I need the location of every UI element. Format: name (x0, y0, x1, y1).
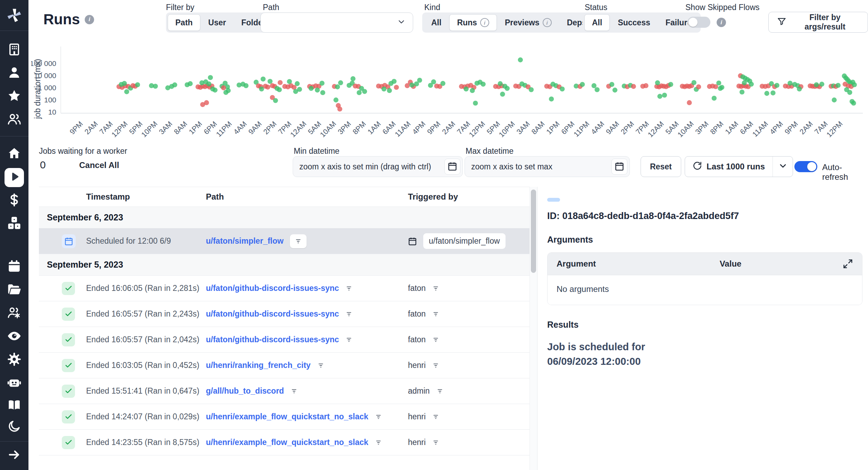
filter-args-label: Filter by args/result (791, 13, 859, 32)
date-label: September 5, 2023 (47, 260, 123, 270)
max-datetime-calendar-button[interactable] (611, 159, 627, 175)
table-row[interactable]: Ended 16:06:05 (Ran in 2,281s)u/faton/gi… (39, 276, 529, 301)
tab-filter-user[interactable]: User (201, 14, 233, 31)
runs-count-dropdown[interactable] (773, 157, 793, 177)
info-icon[interactable]: i (543, 18, 552, 27)
column-argument: Argument (557, 259, 720, 269)
sidebar-item-audit-logs[interactable] (5, 327, 24, 346)
row-path-link[interactable]: u/henri/example_flow_quickstart_no_slack (206, 438, 368, 447)
runs-duration-chart[interactable]: job duration (ms)100 00010 0001 00010010… (31, 33, 865, 148)
path-filter-button[interactable] (290, 234, 307, 248)
sidebar-item-ai[interactable] (5, 374, 24, 393)
arguments-title: Arguments (547, 235, 862, 245)
svg-text:11AM: 11AM (751, 120, 769, 139)
filter-by-tabs: Path User Folder (166, 12, 275, 33)
max-datetime-input[interactable] (465, 156, 630, 177)
row-path-link[interactable]: g/all/hub_to_discord (206, 386, 284, 396)
filter-icon[interactable] (375, 439, 382, 446)
sidebar-collapse[interactable] (5, 446, 24, 465)
svg-text:10PM: 10PM (497, 120, 516, 139)
min-datetime-calendar-button[interactable] (444, 159, 460, 175)
jobs-waiting-label: Jobs waiting for a worker (39, 146, 127, 156)
filter-icon[interactable] (290, 387, 298, 395)
date-label: September 6, 2023 (47, 212, 123, 223)
dice-icon (7, 216, 22, 232)
chevron-down-icon (397, 17, 406, 28)
path-select[interactable] (260, 12, 413, 33)
scrollbar-thumb[interactable] (531, 190, 536, 273)
table-row[interactable]: Ended 14:23:55 (Ran in 8,575s)u/henri/ex… (39, 430, 529, 455)
row-timestamp: Ended 16:05:57 (Ran in 2,243s) (86, 309, 199, 319)
sidebar-item-folders[interactable] (5, 280, 24, 300)
table-row[interactable]: Ended 15:51:41 (Ran in 0,647s)g/all/hub_… (39, 378, 529, 404)
tab-kind-all[interactable]: All (424, 14, 449, 31)
table-row[interactable]: Ended 16:05:57 (Ran in 2,042s)u/faton/gi… (39, 327, 529, 353)
expand-icon[interactable] (843, 259, 853, 269)
filter-icon[interactable] (317, 362, 325, 369)
cancel-all-button[interactable]: Cancel All (79, 160, 119, 170)
table-scrollbar[interactable] (529, 187, 537, 470)
sidebar-item-dark-mode[interactable] (5, 417, 24, 437)
row-path-link[interactable]: u/henri/example_flow_quickstart_no_slack (206, 412, 368, 421)
sidebar-item-user[interactable] (5, 64, 24, 83)
triggered-by-value: henri (408, 412, 426, 421)
row-path-link[interactable]: u/faton/github-discord-issues-sync (206, 284, 339, 293)
filter-icon[interactable] (436, 387, 444, 395)
filter-icon[interactable] (432, 336, 440, 344)
svg-text:9PM: 9PM (426, 120, 442, 136)
users-gear-icon (7, 305, 22, 321)
svg-text:10AM: 10AM (676, 120, 695, 139)
info-icon[interactable]: i (717, 18, 726, 27)
sidebar-item-settings[interactable] (5, 350, 24, 369)
sidebar-item-workers[interactable] (5, 304, 24, 323)
runs-count-button[interactable]: Last 1000 runs (685, 157, 773, 177)
reset-button[interactable]: Reset (641, 156, 681, 177)
arguments-empty: No arguments (548, 275, 862, 305)
row-path-link[interactable]: u/faton/github-discord-issues-sync (206, 335, 339, 344)
sidebar-item-runs[interactable] (5, 168, 24, 187)
sidebar-item-workspace[interactable] (5, 41, 24, 60)
table-row[interactable]: Ended 16:05:57 (Ran in 2,243s)u/faton/gi… (39, 301, 529, 327)
filter-icon[interactable] (345, 336, 353, 344)
sidebar-item-schedules[interactable] (5, 257, 24, 276)
row-path-link[interactable]: u/faton/simpler_flow (206, 236, 284, 246)
result-text: Job is scheduled for 06/09/2023 12:00:00 (547, 339, 696, 369)
filter-args-button[interactable]: Filter by args/result (768, 12, 868, 33)
filter-icon[interactable] (345, 310, 353, 318)
triggered-by-value: faton (408, 335, 426, 344)
table-row[interactable]: Scheduled for 12:00 6/9u/faton/simpler_f… (39, 228, 529, 254)
show-skipped-toggle[interactable] (687, 17, 710, 28)
min-datetime-label: Min datetime (294, 146, 340, 156)
tab-kind-runs[interactable]: Runs i (449, 14, 497, 31)
chevron-down-icon (778, 161, 788, 172)
filter-icon[interactable] (375, 413, 382, 421)
results-title: Results (547, 320, 862, 330)
sidebar-item-favorites[interactable] (5, 87, 24, 106)
filter-icon[interactable] (432, 310, 440, 318)
sidebar-item-resources[interactable] (5, 215, 24, 234)
table-row[interactable]: Ended 16:03:05 (Ran in 0,452s)u/henri/ra… (39, 353, 529, 378)
tab-status-success[interactable]: Success (610, 14, 657, 31)
filter-icon[interactable] (432, 413, 440, 421)
info-icon[interactable]: i (85, 15, 94, 24)
filter-icon[interactable] (345, 285, 353, 292)
row-path-link[interactable]: u/faton/github-discord-issues-sync (206, 309, 339, 319)
filter-icon[interactable] (432, 285, 440, 292)
table-row[interactable]: Ended 14:24:07 (Ran in 0,029s)u/henri/ex… (39, 404, 529, 430)
tab-kind-previews[interactable]: Previews i (498, 14, 559, 31)
filter-icon[interactable] (432, 362, 440, 369)
row-path-link[interactable]: u/henri/ranking_french_city (206, 361, 311, 370)
status-label: Status (585, 3, 607, 12)
sidebar-item-home[interactable] (5, 145, 24, 164)
column-triggered-by: Triggered by (408, 192, 529, 202)
auto-refresh-toggle[interactable] (794, 161, 817, 172)
tab-filter-path[interactable]: Path (168, 14, 200, 31)
min-datetime-input[interactable] (293, 156, 463, 177)
windmill-logo-icon[interactable] (0, 0, 28, 31)
info-icon[interactable]: i (480, 18, 489, 27)
sidebar-item-docs[interactable] (5, 396, 24, 415)
tab-status-all[interactable]: All (584, 14, 610, 31)
sidebar-item-variables[interactable] (5, 191, 24, 210)
filter-icon[interactable] (432, 439, 440, 446)
sidebar-item-groups[interactable] (5, 110, 24, 129)
